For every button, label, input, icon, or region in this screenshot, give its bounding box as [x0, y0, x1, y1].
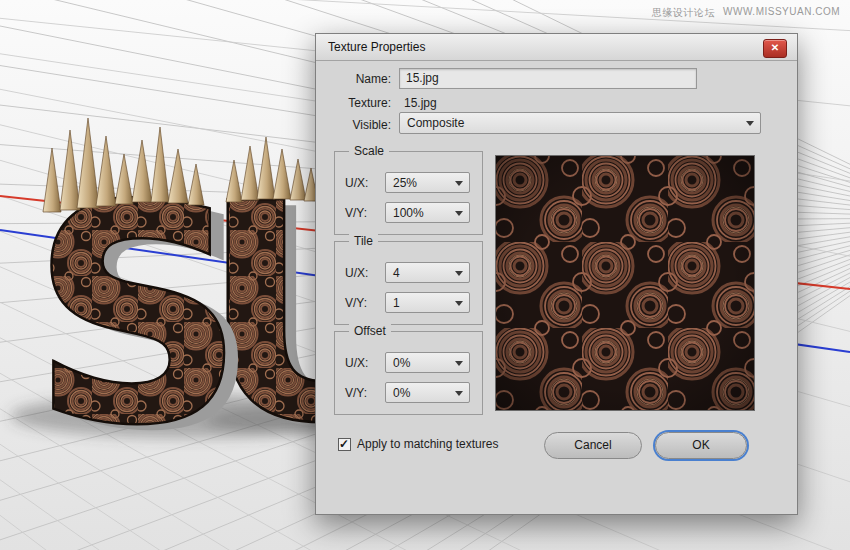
close-button[interactable]: ✕ [763, 39, 787, 58]
scale-vy-dropdown[interactable]: 100% [385, 202, 470, 223]
tile-ux-dropdown[interactable]: 4 [385, 262, 470, 283]
cancel-button[interactable]: Cancel [544, 432, 642, 459]
offset-ux-label: U/X: [345, 356, 368, 370]
close-icon: ✕ [771, 42, 779, 53]
offset-group-legend: Offset [349, 324, 391, 338]
offset-ux-dropdown[interactable]: 0% [385, 352, 470, 373]
apply-matching-label: Apply to matching textures [357, 437, 498, 451]
chevron-down-icon [455, 361, 463, 366]
offset-group: Offset U/X: 0% V/Y: 0% [334, 331, 483, 415]
offset-vy-value: 0% [393, 383, 410, 403]
scale-ux-value: 25% [393, 173, 417, 193]
chevron-down-icon [455, 271, 463, 276]
texture-value: 15.jpg [404, 96, 437, 110]
chevron-down-icon [746, 121, 754, 126]
tile-ux-value: 4 [393, 263, 400, 283]
tile-ux-label: U/X: [345, 266, 368, 280]
tile-group: Tile U/X: 4 V/Y: 1 [334, 241, 483, 325]
tile-vy-dropdown[interactable]: 1 [385, 292, 470, 313]
photoshop-window: U U S S 思缘设计论坛 WWW.MISSYUAN.COM Texture … [0, 0, 850, 550]
tile-group-legend: Tile [349, 234, 378, 248]
texture-properties-dialog: Texture Properties ✕ Name: 15.jpg Textur… [315, 33, 798, 515]
chevron-down-icon [455, 391, 463, 396]
watermark-site-name: 思缘设计论坛 [652, 6, 715, 20]
chevron-down-icon [455, 181, 463, 186]
watermark: 思缘设计论坛 WWW.MISSYUAN.COM [652, 6, 840, 20]
scale-vy-label: V/Y: [345, 206, 367, 220]
offset-ux-value: 0% [393, 353, 410, 373]
dialog-title: Texture Properties [328, 34, 425, 60]
chevron-down-icon [455, 301, 463, 306]
texture-label: Texture: [321, 96, 391, 110]
visible-label: Visible: [321, 118, 391, 132]
visible-dropdown[interactable]: Composite [399, 112, 761, 134]
texture-preview-image [496, 156, 754, 410]
chevron-down-icon [455, 211, 463, 216]
offset-vy-dropdown[interactable]: 0% [385, 382, 470, 403]
name-label: Name: [321, 72, 391, 86]
watermark-site-url: WWW.MISSYUAN.COM [723, 6, 840, 20]
scale-ux-label: U/X: [345, 176, 368, 190]
scale-vy-value: 100% [393, 203, 424, 223]
visible-dropdown-value: Composite [407, 113, 464, 133]
name-input[interactable]: 15.jpg [399, 68, 697, 89]
scale-group-legend: Scale [349, 144, 389, 158]
tile-vy-value: 1 [393, 293, 400, 313]
dialog-titlebar[interactable]: Texture Properties ✕ [316, 34, 797, 61]
apply-matching-checkbox[interactable] [338, 438, 351, 451]
offset-vy-label: V/Y: [345, 386, 367, 400]
ok-button[interactable]: OK [655, 432, 747, 459]
texture-preview [495, 155, 755, 411]
scale-ux-dropdown[interactable]: 25% [385, 172, 470, 193]
tile-vy-label: V/Y: [345, 296, 367, 310]
scale-group: Scale U/X: 25% V/Y: 100% [334, 151, 483, 235]
